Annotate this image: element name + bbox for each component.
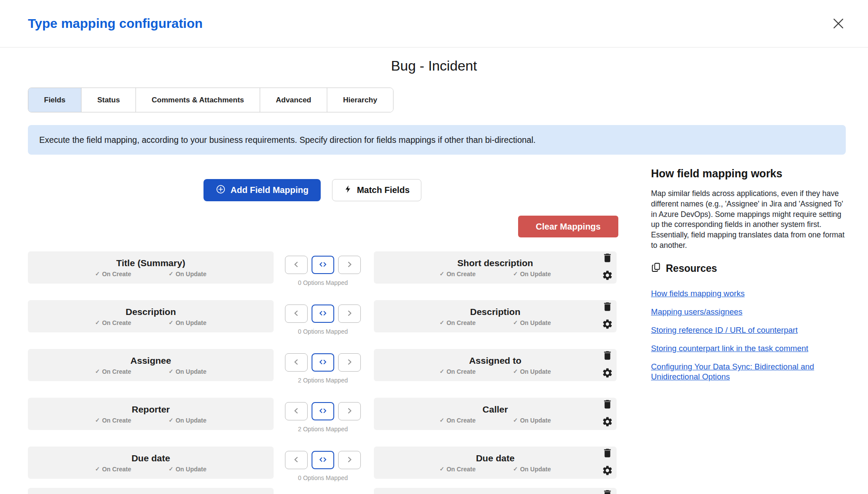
- on-create-flag: ✓On Create: [440, 466, 476, 473]
- add-field-mapping-button[interactable]: Add Field Mapping: [203, 179, 321, 201]
- check-icon: ✓: [513, 417, 518, 423]
- chevron-left-icon: [292, 260, 301, 270]
- mapping-row: [28, 488, 620, 494]
- on-update-flag: ✓On Update: [513, 271, 551, 277]
- delete-mapping-button[interactable]: [601, 447, 614, 460]
- mapping-settings-button[interactable]: [601, 367, 614, 380]
- mapping-actions: Add Field Mapping Match Fields: [203, 179, 421, 201]
- source-field-card[interactable]: Description ✓On Create ✓On Update: [28, 300, 274, 332]
- source-field-card[interactable]: [28, 488, 274, 494]
- source-field-name: Assignee: [130, 355, 171, 366]
- direction-buttons: [285, 305, 361, 323]
- target-field-card[interactable]: Assigned to ✓On Create ✓On Update: [374, 349, 617, 381]
- direction-left-button[interactable]: [285, 353, 308, 372]
- direction-right-button[interactable]: [338, 256, 361, 274]
- on-update-flag: ✓On Update: [169, 271, 207, 277]
- resource-links: How fields mapping works Mapping users/a…: [651, 288, 848, 382]
- link-configuring-data-sync[interactable]: Configuring Your Data Sync: Bidirectiona…: [651, 362, 848, 382]
- mapping-row: Description ✓On Create ✓On Update: [28, 300, 620, 332]
- source-field-card[interactable]: Assignee ✓On Create ✓On Update: [28, 349, 274, 381]
- on-update-label: On Update: [520, 466, 551, 473]
- direction-control: 0 Options Mapped: [285, 256, 361, 286]
- tab-advanced[interactable]: Advanced: [260, 88, 327, 112]
- direction-left-button[interactable]: [285, 256, 308, 274]
- check-icon: ✓: [440, 417, 444, 423]
- tab-fields[interactable]: Fields: [28, 88, 81, 112]
- direction-left-button[interactable]: [285, 402, 308, 420]
- mapping-settings-button[interactable]: [601, 318, 614, 331]
- direction-bidirectional-button[interactable]: [312, 451, 334, 469]
- direction-bidirectional-button[interactable]: [312, 402, 334, 420]
- tab-status[interactable]: Status: [81, 88, 136, 112]
- check-icon: ✓: [95, 271, 100, 277]
- mapping-settings-button[interactable]: [601, 269, 614, 282]
- delete-mapping-button[interactable]: [601, 252, 614, 265]
- on-create-flag: ✓On Create: [95, 271, 131, 277]
- check-icon: ✓: [513, 368, 518, 375]
- chevron-left-icon: [292, 309, 301, 319]
- on-update-flag: ✓On Update: [513, 319, 551, 326]
- direction-buttons: [285, 451, 361, 469]
- direction-right-button[interactable]: [338, 353, 361, 372]
- match-fields-button[interactable]: Match Fields: [332, 179, 421, 201]
- direction-control: 0 Options Mapped: [285, 451, 361, 481]
- options-mapped-label: 2 Options Mapped: [298, 426, 348, 433]
- link-mapping-users-assignees[interactable]: Mapping users/assignees: [651, 307, 848, 317]
- check-icon: ✓: [513, 319, 518, 326]
- mapping-settings-button[interactable]: [601, 416, 614, 429]
- check-icon: ✓: [513, 271, 518, 277]
- on-update-flag: ✓On Update: [169, 368, 207, 375]
- tab-comments-attachments[interactable]: Comments & Attachments: [136, 88, 260, 112]
- direction-right-button[interactable]: [338, 402, 361, 420]
- target-field-card[interactable]: Due date ✓On Create ✓On Update: [374, 447, 617, 479]
- source-field-name: Due date: [132, 453, 170, 464]
- sync-flags: ✓On Create ✓On Update: [440, 417, 551, 424]
- tab-hierarchy[interactable]: Hierarchy: [327, 88, 393, 112]
- direction-right-button[interactable]: [338, 305, 361, 323]
- check-icon: ✓: [169, 319, 173, 326]
- trash-icon: [602, 301, 613, 314]
- source-field-card[interactable]: Reporter ✓On Create ✓On Update: [28, 398, 274, 430]
- bidirectional-icon: [318, 260, 328, 270]
- source-field-name: Title (Summary): [116, 258, 185, 268]
- link-storing-reference-id[interactable]: Storing reference ID / URL of counterpar…: [651, 325, 848, 335]
- on-update-label: On Update: [520, 271, 551, 277]
- mapping-rows: Title (Summary) ✓On Create ✓On Update: [28, 251, 620, 494]
- delete-mapping-button[interactable]: [601, 398, 614, 411]
- mapping-settings-button[interactable]: [601, 464, 614, 477]
- delete-mapping-button[interactable]: [601, 349, 614, 362]
- gear-icon: [602, 416, 613, 429]
- target-field-card[interactable]: Short description ✓On Create ✓On Update: [374, 251, 617, 284]
- direction-right-button[interactable]: [338, 451, 361, 469]
- source-field-card[interactable]: Due date ✓On Create ✓On Update: [28, 447, 274, 479]
- target-field-card[interactable]: Caller ✓On Create ✓On Update: [374, 398, 617, 430]
- copy-icon: [651, 262, 661, 275]
- on-create-flag: ✓On Create: [95, 319, 131, 326]
- source-field-card[interactable]: Title (Summary) ✓On Create ✓On Update: [28, 251, 274, 284]
- delete-mapping-button[interactable]: [601, 488, 614, 494]
- direction-bidirectional-button[interactable]: [312, 305, 334, 323]
- direction-left-button[interactable]: [285, 305, 308, 323]
- clear-mappings-button[interactable]: Clear Mappings: [518, 216, 618, 237]
- link-storing-counterpart-link[interactable]: Storing counterpart link in the task com…: [651, 343, 848, 353]
- target-field-card[interactable]: [374, 488, 617, 494]
- source-field-name: Reporter: [132, 404, 170, 415]
- target-field-name: Caller: [482, 404, 508, 415]
- target-field-name: Description: [470, 307, 521, 317]
- on-create-label: On Create: [447, 319, 476, 326]
- on-update-label: On Update: [520, 368, 551, 375]
- direction-left-button[interactable]: [285, 451, 308, 469]
- target-field-card[interactable]: Description ✓On Create ✓On Update: [374, 300, 617, 332]
- link-how-fields-mapping-works[interactable]: How fields mapping works: [651, 288, 848, 298]
- delete-mapping-button[interactable]: [601, 301, 614, 314]
- chevron-left-icon: [292, 455, 301, 465]
- close-button[interactable]: [830, 15, 847, 33]
- chevron-right-icon: [345, 309, 354, 319]
- on-create-flag: ✓On Create: [440, 319, 476, 326]
- direction-bidirectional-button[interactable]: [312, 353, 334, 372]
- on-update-flag: ✓On Update: [513, 466, 551, 473]
- direction-bidirectional-button[interactable]: [312, 256, 334, 274]
- resources-label: Resources: [666, 263, 717, 274]
- sync-flags: ✓On Create ✓On Update: [95, 271, 207, 277]
- bidirectional-icon: [318, 358, 328, 368]
